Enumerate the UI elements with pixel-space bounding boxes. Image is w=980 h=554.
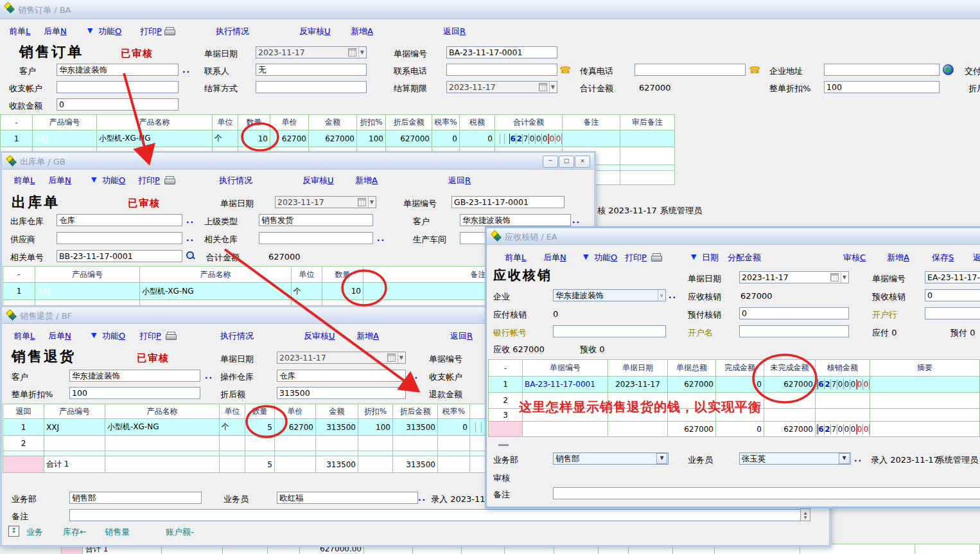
gb-unaudit-button[interactable]: 反审核U — [302, 175, 334, 186]
row-number[interactable]: 1 — [3, 419, 44, 436]
product-name-cell[interactable]: 小型机-XG-NG — [97, 130, 213, 147]
row-number[interactable]: 1 — [3, 283, 35, 300]
row-number[interactable]: 3 — [489, 409, 523, 422]
ea-prepay-wo-field[interactable]: 0 — [739, 307, 849, 319]
printer-icon[interactable] — [166, 332, 177, 340]
doc-total-cell[interactable]: 627000 — [668, 377, 716, 393]
bf-dept-field[interactable]: 销售部 — [69, 492, 202, 504]
qty-cell[interactable]: 10 — [322, 283, 363, 300]
ea-no-field[interactable]: EA-23-11-17-000 — [925, 271, 980, 283]
gb-type-field[interactable]: 销售发货 — [259, 214, 373, 226]
amount-cell[interactable]: 313500 — [316, 419, 358, 436]
gb-supplier-picker[interactable]: .. — [186, 234, 195, 243]
done-amount-cell[interactable]: 0 — [716, 377, 764, 393]
tax-rate-cell[interactable]: 0 — [438, 419, 470, 436]
bf-link-inventory[interactable]: 库存← — [63, 526, 87, 538]
ba-prev-button[interactable]: 前单L — [9, 26, 30, 37]
ea-corp-picker[interactable]: .. — [669, 291, 677, 300]
tax-rate-cell[interactable]: 0 — [432, 130, 460, 147]
gb-print-button[interactable]: 打印P — [138, 175, 160, 186]
ea-audit-button[interactable]: 审核C — [843, 252, 866, 264]
bf-link-account[interactable]: 账户额- — [166, 526, 194, 538]
ea-add-button[interactable]: 新增A — [887, 252, 909, 264]
undone-amount-cell[interactable]: 627000 — [764, 377, 816, 393]
bf-func-button[interactable]: 功能O — [102, 330, 125, 342]
unit-cell[interactable]: 个 — [213, 130, 238, 147]
chevron-down-icon[interactable]: ▼ — [841, 272, 846, 283]
gb-date-field[interactable]: 2023-11-17 ▼ — [275, 196, 376, 208]
discount-cell[interactable]: 100 — [358, 419, 393, 436]
product-code-cell[interactable]: XXJ — [44, 419, 105, 436]
ba-settle-field[interactable] — [256, 81, 367, 93]
gb-warehouse-picker[interactable]: .. — [186, 216, 195, 225]
gb-relwh-picker[interactable]: .. — [377, 234, 385, 243]
row-number[interactable]: 1 — [489, 377, 523, 393]
gb-back-button[interactable]: 返回R — [448, 175, 471, 186]
gb-func-button[interactable]: 功能O — [102, 175, 125, 186]
minimize-button[interactable]: ─ — [543, 156, 558, 168]
ea-save-button[interactable]: 保存S — [932, 252, 954, 264]
ea-next-button[interactable]: 后单N — [543, 252, 566, 264]
bf-opwh-picker[interactable]: .. — [410, 371, 419, 380]
ea-dept-combo[interactable]: 销售部 ▼ — [553, 452, 669, 465]
spin-up-icon[interactable]: ▲ — [804, 510, 807, 515]
gb-exec-button[interactable]: 执行情况 — [219, 175, 252, 186]
ledger-amount-cell[interactable]: 62700000 — [495, 130, 563, 147]
bf-link-business[interactable]: 业务 — [26, 526, 43, 538]
bf-customer-field[interactable]: 华东捷波装饰 — [69, 370, 200, 382]
bf-discount-field[interactable]: 100 — [69, 387, 200, 399]
ea-bankacct-field[interactable] — [553, 325, 666, 337]
ea-corp-combo[interactable]: 华东捷波装饰 ∨ — [553, 289, 666, 301]
product-code-cell[interactable]: XXJ — [35, 283, 140, 300]
bf-opwh-field[interactable]: 仓库 — [277, 370, 406, 382]
post-audit-memo-cell[interactable] — [620, 130, 675, 147]
chevron-down-icon[interactable]: ▼ — [656, 453, 667, 464]
row-number[interactable]: 2 — [3, 436, 44, 451]
chevron-down-icon[interactable]: ▼ — [358, 47, 364, 58]
ea-bank-field[interactable] — [925, 307, 980, 319]
price-cell[interactable]: 62700 — [275, 419, 316, 436]
ba-contact-field[interactable]: 无 — [256, 64, 367, 76]
ba-account-field[interactable] — [57, 81, 179, 93]
row-number[interactable]: 2 — [489, 393, 523, 409]
writeoff-ledger-cell[interactable]: 62700000 — [816, 377, 870, 393]
tax-cell[interactable]: 0 — [460, 130, 495, 147]
product-code-cell[interactable]: XXJ — [33, 130, 97, 147]
ba-fax-field[interactable] — [634, 64, 746, 76]
ba-address-field[interactable] — [824, 64, 940, 76]
ea-staff-picker[interactable]: .. — [854, 454, 862, 463]
ba-deadline-field[interactable]: 2023-11-17 ▼ — [446, 81, 557, 93]
bf-customer-picker[interactable]: .. — [205, 371, 213, 380]
ea-prev-button[interactable]: 前单L — [505, 252, 526, 264]
gb-supplier-field[interactable] — [57, 232, 182, 244]
ba-next-button[interactable]: 后单N — [44, 26, 67, 37]
chevron-down-icon[interactable]: ▼ — [549, 82, 555, 93]
summary-cell[interactable] — [870, 377, 980, 393]
chevron-down-icon[interactable]: ▼ — [839, 453, 850, 464]
ba-customer-field[interactable]: 华东捷波装饰 — [57, 64, 179, 76]
gb-warehouse-field[interactable]: 仓库 — [57, 214, 182, 226]
discount-cell[interactable]: 100 — [357, 130, 386, 147]
ea-func-button[interactable]: 功能O — [594, 252, 617, 264]
chevron-down-icon[interactable]: ∨ — [658, 290, 663, 301]
bf-after-field[interactable]: 313500 — [277, 387, 406, 399]
bf-print-button[interactable]: 打印P — [139, 330, 161, 342]
unit-cell[interactable]: 个 — [292, 283, 322, 300]
printer-icon[interactable] — [651, 253, 662, 262]
bf-back-button[interactable]: 返回R — [450, 330, 473, 342]
spin-down-icon[interactable]: ▼ — [804, 515, 807, 519]
bf-exec-button[interactable]: 执行情况 — [220, 330, 254, 342]
doc-date-cell[interactable]: 2023-11-17 — [608, 377, 668, 393]
ea-date-field[interactable]: 2023-11-17 ▼ — [739, 271, 849, 283]
ba-add-button[interactable]: 新增A — [351, 26, 373, 37]
bf-link-salesqty[interactable]: 销售量 — [105, 526, 130, 538]
printer-icon[interactable] — [164, 176, 175, 184]
memo-spinner[interactable]: ▲ ▼ — [800, 508, 810, 521]
printer-icon[interactable] — [164, 27, 175, 35]
ba-customer-picker[interactable]: .. — [182, 66, 191, 75]
bf-next-button[interactable]: 后单N — [48, 330, 71, 342]
memo-cell[interactable] — [563, 130, 620, 147]
ea-back-button[interactable]: 返回R — [973, 252, 980, 264]
ea-date-button[interactable]: 日期 — [702, 252, 719, 264]
unit-cell[interactable]: 个 — [220, 419, 245, 436]
